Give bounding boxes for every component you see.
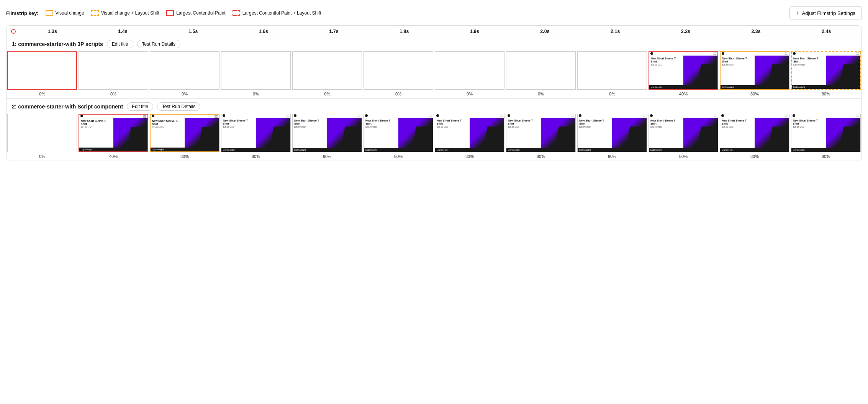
- adjust-filmstrip-label: Adjust Filmstrip Settings: [802, 10, 855, 16]
- frame-cell: 0%: [220, 51, 292, 98]
- timeline-dot: [11, 29, 16, 34]
- frame-thumbnail[interactable]: [79, 51, 148, 90]
- frame-thumbnail[interactable]: New Short Sleeve T-Shirt$25.99 USDLightw…: [649, 114, 718, 152]
- frame-percent: 80%: [822, 90, 830, 98]
- frame-percent: 80%: [537, 153, 545, 161]
- frame-percent: 0%: [253, 90, 259, 98]
- frame-percent: 80%: [822, 153, 830, 161]
- frame-percent: 0%: [609, 90, 615, 98]
- frame-percent: 80%: [750, 153, 759, 161]
- frame-percent: 0%: [538, 90, 544, 98]
- timeline-ruler: 1.3s1.4s1.5s1.6s1.7s1.8s1.9s2.0s2.1s2.2s…: [7, 26, 861, 36]
- frame-thumbnail[interactable]: [221, 51, 291, 90]
- key-visual-change-layout-label: Visual change + Layout Shift: [101, 10, 159, 16]
- timeline-tick-0: 1.3s: [17, 29, 88, 34]
- key-lcp-layout: Largest Contentful Paint + Layout Shift: [233, 10, 321, 16]
- frame-percent: 80%: [252, 153, 260, 161]
- frame-thumbnail[interactable]: New Short Sleeve T-Shirt$25.99 USDLightw…: [791, 51, 861, 90]
- frame-cell: 0%: [7, 113, 78, 161]
- frame-percent: 80%: [394, 153, 403, 161]
- frame-cell: 0%: [292, 51, 363, 98]
- frame-thumbnail[interactable]: New Short Sleeve T-Shirt$25.99 USDLightw…: [435, 114, 504, 152]
- frame-cell: New Short Sleeve T-Shirt$25.99 USDLightw…: [220, 113, 292, 161]
- key-lcp-layout-icon: [233, 10, 240, 16]
- frame-percent: 40%: [109, 153, 118, 161]
- row2-edit-title-button[interactable]: Edit title: [127, 102, 153, 111]
- timeline-tick-3: 1.6s: [228, 29, 299, 34]
- row1-test-run-button[interactable]: Test Run Details: [137, 40, 180, 48]
- frame-percent: 0%: [182, 90, 188, 98]
- key-lcp-icon: [166, 10, 174, 16]
- frame-cell: New Short Sleeve T-Shirt$25.99 USDLightw…: [576, 113, 648, 161]
- filmstrip-key: Filmstrip key: Visual change Visual chan…: [6, 10, 321, 16]
- filmstrip-key-label: Filmstrip key:: [6, 10, 39, 16]
- frame-thumbnail[interactable]: New Short Sleeve T-Shirt$25.99 USDLightw…: [649, 51, 718, 90]
- timeline-tick-10: 2.3s: [721, 29, 791, 34]
- frame-thumbnail[interactable]: New Short Sleeve T-Shirt$25.99 USDLightw…: [364, 114, 433, 152]
- timeline-tick-8: 2.1s: [580, 29, 650, 34]
- key-visual-change-layout: Visual change + Layout Shift: [91, 10, 159, 16]
- frame-thumbnail[interactable]: [577, 51, 647, 90]
- frame-cell: New Short Sleeve T-Shirt$25.99 USDLightw…: [292, 113, 363, 161]
- timeline-tick-11: 2.4s: [791, 29, 861, 34]
- key-visual-change-label: Visual change: [56, 10, 84, 16]
- frame-percent: 80%: [750, 90, 759, 98]
- frame-thumbnail[interactable]: New Short Sleeve T-Shirt$25.99 USDLightw…: [221, 114, 291, 152]
- row2-test-run-button[interactable]: Test Run Details: [157, 102, 200, 111]
- frame-percent: 80%: [180, 153, 189, 161]
- frame-thumbnail[interactable]: New Short Sleeve T-Shirt$25.99 USDLightw…: [292, 114, 362, 152]
- frame-percent: 80%: [608, 153, 616, 161]
- frame-cell: New Short Sleeve T-Shirt$25.99 USDLightw…: [719, 51, 790, 98]
- frame-cell: 0%: [149, 51, 220, 98]
- adjust-filmstrip-button[interactable]: + Adjust Filmstrip Settings: [789, 6, 862, 20]
- row1-header: 1: commerce-starter-with 3P scripts Edit…: [7, 36, 861, 51]
- frame-percent: 0%: [467, 90, 473, 98]
- timeline-tick-7: 2.0s: [510, 29, 580, 34]
- timeline-tick-2: 1.5s: [158, 29, 228, 34]
- row1-frames: 0%0%0%0%0%0%0%0%0%New Short Sleeve T-Shi…: [7, 51, 861, 98]
- frame-thumbnail[interactable]: [7, 114, 77, 152]
- row1-title: 1: commerce-starter-with 3P scripts: [12, 41, 103, 47]
- timeline-tick-6: 1.9s: [439, 29, 510, 34]
- frame-thumbnail[interactable]: New Short Sleeve T-Shirt$25.99 USDLightw…: [791, 114, 861, 152]
- filmstrip-container: 1.3s1.4s1.5s1.6s1.7s1.8s1.9s2.0s2.1s2.2s…: [6, 25, 862, 161]
- frame-percent: 40%: [679, 90, 688, 98]
- key-visual-change-layout-icon: [91, 10, 99, 16]
- key-lcp-label: Largest Contentful Paint: [176, 10, 226, 16]
- frame-cell: New Short Sleeve T-Shirt$25.99 USDLightw…: [149, 113, 220, 161]
- filmstrip-row-1: 1: commerce-starter-with 3P scripts Edit…: [7, 36, 861, 99]
- row2-title: 2: commerce-starter-with Script componen…: [12, 103, 123, 110]
- frame-percent: 80%: [465, 153, 474, 161]
- frame-thumbnail[interactable]: New Short Sleeve T-Shirt$25.99 USDLightw…: [79, 114, 148, 152]
- frame-percent: 80%: [323, 153, 331, 161]
- frame-cell: New Short Sleeve T-Shirt$25.99 USDLightw…: [648, 51, 719, 98]
- frame-percent: 0%: [395, 90, 401, 98]
- frame-thumbnail[interactable]: New Short Sleeve T-Shirt$25.99 USDLightw…: [150, 114, 219, 152]
- top-bar: Filmstrip key: Visual change Visual chan…: [6, 6, 862, 20]
- frame-thumbnail[interactable]: [506, 51, 576, 90]
- frame-thumbnail[interactable]: [150, 51, 219, 90]
- frame-thumbnail[interactable]: [7, 51, 77, 90]
- frame-thumbnail[interactable]: New Short Sleeve T-Shirt$25.99 USDLightw…: [577, 114, 647, 152]
- key-lcp: Largest Contentful Paint: [166, 10, 226, 16]
- frame-cell: New Short Sleeve T-Shirt$25.99 USDLightw…: [719, 113, 790, 161]
- frame-thumbnail[interactable]: [435, 51, 504, 90]
- filmstrip-row-2: 2: commerce-starter-with Script componen…: [7, 99, 861, 161]
- frame-cell: New Short Sleeve T-Shirt$25.99 USDLightw…: [790, 113, 861, 161]
- frame-cell: 0%: [363, 51, 434, 98]
- frame-thumbnail[interactable]: [292, 51, 362, 90]
- frame-thumbnail[interactable]: New Short Sleeve T-Shirt$25.99 USDLightw…: [720, 114, 789, 152]
- frame-thumbnail[interactable]: New Short Sleeve T-Shirt$25.99 USDLightw…: [506, 114, 576, 152]
- frame-thumbnail[interactable]: [364, 51, 433, 90]
- row2-header: 2: commerce-starter-with Script componen…: [7, 99, 861, 113]
- timeline-tick-9: 2.2s: [650, 29, 721, 34]
- frame-cell: New Short Sleeve T-Shirt$25.99 USDLightw…: [78, 113, 149, 161]
- frame-thumbnail[interactable]: New Short Sleeve T-Shirt$25.99 USDLightw…: [720, 51, 789, 90]
- timeline-tick-1: 1.4s: [88, 29, 158, 34]
- frame-percent: 80%: [679, 153, 688, 161]
- key-visual-change-icon: [46, 10, 53, 16]
- key-lcp-layout-label: Largest Contentful Paint + Layout Shift: [242, 10, 321, 16]
- row1-edit-title-button[interactable]: Edit title: [107, 40, 133, 48]
- frame-percent: 0%: [39, 90, 45, 98]
- frame-percent: 0%: [110, 90, 116, 98]
